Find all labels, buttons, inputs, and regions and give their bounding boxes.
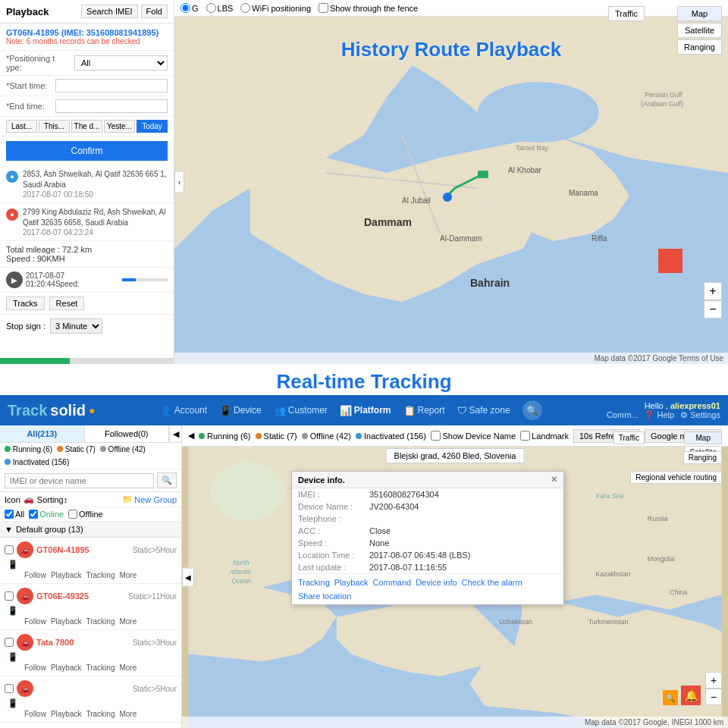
positioning-label: *Positioning type: <box>6 54 74 72</box>
rt-toolbar: 🔍 <box>0 469 181 492</box>
rt-collapse-button[interactable]: ◀ <box>182 567 194 586</box>
group-collapse-icon[interactable]: ▼ <box>5 525 13 534</box>
popup-alarm-action[interactable]: Check the alarm <box>462 578 522 587</box>
nav-platform[interactable]: 📊 Platform <box>340 405 391 416</box>
satellite-button[interactable]: Satellite <box>677 23 722 38</box>
rt-regional-button[interactable]: Regional vehicle routing <box>630 471 722 484</box>
date-btn-last[interactable]: Last... <box>6 120 37 133</box>
date-btn-this[interactable]: This... <box>39 120 70 133</box>
device-2-follow[interactable]: Follow <box>24 617 46 626</box>
collapse-button[interactable]: ‹ <box>174 171 184 193</box>
positioning-select[interactable]: All <box>74 55 168 71</box>
map-button[interactable]: Map <box>677 6 722 21</box>
playback-sidebar: Playback Search IMEI Fold GT06N-41895 (I… <box>0 0 174 364</box>
device-1-playback[interactable]: Playback <box>51 571 82 579</box>
landmark-checkbox[interactable] <box>520 431 530 441</box>
popup-tracking-action[interactable]: Tracking <box>298 578 330 587</box>
rt-search-button[interactable]: 🔍 <box>157 472 177 488</box>
rt-ranging-button[interactable]: Ranging <box>683 451 722 464</box>
device-2-more[interactable]: More <box>119 617 136 626</box>
landmark-label[interactable]: Landmark <box>520 431 569 441</box>
show-device-name-label[interactable]: Show Device Name <box>431 431 516 441</box>
device-2-playback[interactable]: Playback <box>51 617 82 626</box>
device-3-tracking[interactable]: Tracking <box>86 664 115 672</box>
reset-button[interactable]: Reset <box>49 297 85 310</box>
rt-traffic-button[interactable]: Traffic <box>613 431 645 444</box>
start-time-input[interactable]: 2017-08-07 00:00 <box>55 79 168 93</box>
rt-tab-all[interactable]: All(213) <box>0 425 85 442</box>
device-4-follow[interactable]: Follow <box>24 710 46 718</box>
g-radio-label[interactable]: G <box>180 3 199 13</box>
filter-online-label[interactable]: Online <box>29 510 64 519</box>
popup-share-action[interactable]: Share location <box>298 592 351 601</box>
popup-acc-row: ACC : Close <box>292 525 563 537</box>
nav-customer[interactable]: 👥 Customer <box>274 405 328 416</box>
traffic-button[interactable]: Traffic <box>608 6 645 21</box>
rt-zoom-in-button[interactable]: + <box>705 672 722 689</box>
date-btn-yeste[interactable]: Yeste... <box>104 120 135 133</box>
popup-command-action[interactable]: Command <box>372 578 411 587</box>
popup-deviceinfo-action[interactable]: Device info <box>416 578 457 587</box>
popup-close-button[interactable]: ✕ <box>551 475 557 485</box>
filter-offline-checkbox[interactable] <box>68 510 77 519</box>
device-1-follow[interactable]: Follow <box>24 571 46 579</box>
rt-bell-button[interactable]: 🔔 <box>681 686 701 705</box>
zoom-out-button[interactable]: − <box>704 300 722 318</box>
rt-toolbar-toggle[interactable]: ◀ <box>188 431 194 441</box>
rt-search-input[interactable] <box>5 473 154 488</box>
play-button[interactable]: ▶ <box>6 271 23 288</box>
rt-map-footer-text: Map data ©2017 Google, INEGI 1000 km <box>585 718 723 726</box>
nav-report[interactable]: 📋 Report <box>403 405 445 416</box>
end-time-input[interactable]: 2017-08-07 23:59 <box>55 99 168 113</box>
filter-all-label[interactable]: All <box>5 510 24 519</box>
confirm-button[interactable]: Confirm <box>6 141 168 161</box>
popup-playback-action[interactable]: Playback <box>334 578 369 587</box>
device-3-playback[interactable]: Playback <box>51 664 82 672</box>
rt-zoom-out-button[interactable]: − <box>705 689 722 705</box>
wifi-radio[interactable] <box>240 3 250 13</box>
device-1-more[interactable]: More <box>119 571 136 579</box>
zoom-buttons: + − <box>704 282 722 318</box>
device-3-more[interactable]: More <box>119 664 136 672</box>
nav-account[interactable]: 👤 Account <box>160 405 207 416</box>
device-2-tracking[interactable]: Tracking <box>86 617 115 626</box>
filter-all-checkbox[interactable] <box>5 510 14 519</box>
search-imei-button[interactable]: Search IMEI <box>81 5 138 18</box>
tracks-button[interactable]: Tracks <box>6 297 45 310</box>
device-1-tracking[interactable]: Tracking <box>86 571 115 579</box>
comm-link[interactable]: Comm... <box>607 410 639 420</box>
show-device-name-checkbox[interactable] <box>431 431 441 441</box>
date-btn-the[interactable]: The d... <box>71 120 102 133</box>
help-link[interactable]: ❓ Help <box>644 410 674 420</box>
ranging-button[interactable]: Ranging <box>677 39 722 55</box>
date-btn-today[interactable]: Today <box>136 120 168 133</box>
device-3-checkbox[interactable] <box>5 638 14 647</box>
wifi-radio-label[interactable]: WiFi positioning <box>240 3 311 13</box>
device-4-tracking[interactable]: Tracking <box>86 710 115 718</box>
g-radio[interactable] <box>180 3 190 13</box>
zoom-in-button[interactable]: + <box>704 282 722 300</box>
settings-link[interactable]: ⚙ Settings <box>680 410 720 420</box>
start-icon: ● <box>6 171 18 183</box>
lbs-radio[interactable] <box>206 3 216 13</box>
filter-online-checkbox[interactable] <box>29 510 38 519</box>
rt-tab-followed[interactable]: Followed(0) <box>85 425 170 442</box>
device-3-follow[interactable]: Follow <box>24 664 46 672</box>
header-search-button[interactable]: 🔍 <box>522 400 542 420</box>
rt-map-button[interactable]: Map <box>684 431 722 444</box>
stop-sign-select[interactable]: 3 Minute <box>50 318 102 334</box>
fence-checkbox[interactable] <box>318 3 328 13</box>
new-group-button[interactable]: 📁 New Group <box>122 494 177 504</box>
device-4-checkbox[interactable] <box>5 684 14 693</box>
nav-safezone[interactable]: 🛡 Safe zone <box>457 405 510 416</box>
nav-device[interactable]: 📱 Device <box>219 405 262 416</box>
rt-sidebar-toggle[interactable]: ◀ <box>169 425 181 442</box>
device-2-checkbox[interactable] <box>5 592 14 601</box>
device-1-checkbox[interactable] <box>5 545 14 554</box>
fold-button[interactable]: Fold <box>141 5 168 18</box>
lbs-radio-label[interactable]: LBS <box>206 3 234 13</box>
device-4-more[interactable]: More <box>119 710 136 718</box>
device-4-playback[interactable]: Playback <box>51 710 82 718</box>
filter-offline-label[interactable]: Offline <box>68 510 103 519</box>
fence-checkbox-label[interactable]: Show through the fence <box>318 3 418 13</box>
